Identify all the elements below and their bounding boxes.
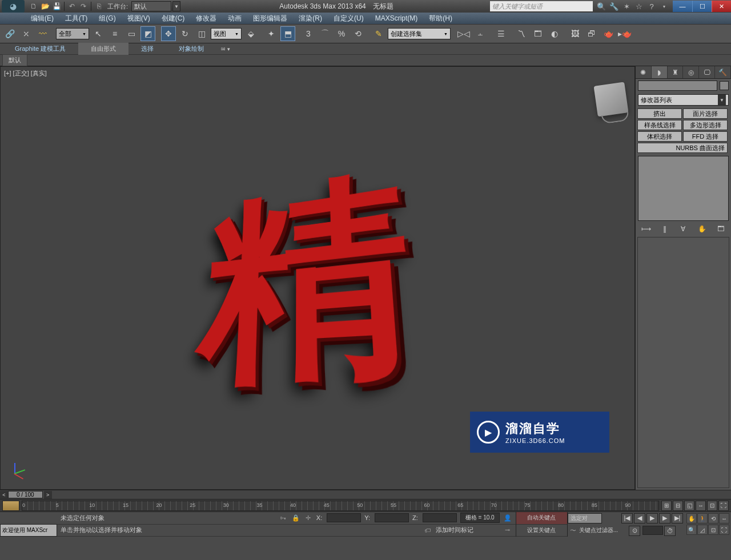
mod-ffdsel[interactable]: FFD 选择 (683, 131, 728, 142)
show-end-icon[interactable]: ‖ (659, 224, 670, 234)
pivot-icon[interactable]: ⬙ (243, 26, 258, 41)
nav-btn-6[interactable]: ⛶ (718, 501, 729, 511)
x-coord-input[interactable] (327, 513, 361, 522)
nav-btn-4[interactable]: ↔ (696, 501, 706, 511)
scale-icon[interactable]: ◫ (194, 26, 209, 41)
undo-icon[interactable]: ↶ (67, 1, 77, 11)
mod-volsel[interactable]: 体积选择 (637, 131, 682, 142)
goto-start-icon[interactable]: |◀ (621, 513, 633, 523)
utilities-tab-icon[interactable]: 🔨 (715, 66, 731, 78)
display-tab-icon[interactable]: 🖵 (699, 66, 715, 78)
mod-nurbssel[interactable]: NURBS 曲面选择 (637, 143, 728, 153)
rollout-area[interactable] (637, 237, 729, 488)
time-right-icon[interactable]: > (44, 491, 52, 499)
viewport-label[interactable]: [+] [正交] [真实] (4, 69, 47, 78)
selection-filter-combo[interactable]: 全部▼ (56, 28, 89, 39)
time-slider-track[interactable] (52, 491, 731, 499)
setkey-button[interactable]: 设置关键点 (516, 525, 567, 537)
play-icon[interactable]: ▶ (646, 513, 658, 523)
pan-icon[interactable]: ✋ (686, 513, 697, 523)
move-icon[interactable]: ✥ (161, 26, 176, 41)
menu-edit[interactable]: 编辑(E) (25, 13, 59, 25)
prev-frame-icon[interactable]: ◀ (634, 513, 645, 523)
mirror-icon[interactable]: ▷◁ (456, 26, 471, 41)
viewcube[interactable] (594, 82, 629, 117)
menu-customize[interactable]: 自定义(U) (328, 13, 369, 25)
current-frame-input[interactable] (642, 526, 663, 535)
key-toggle-icon[interactable]: ⊙ (629, 526, 640, 536)
time-tag-icon[interactable]: 🏷 (423, 526, 432, 535)
mod-polysel[interactable]: 多边形选择 (683, 120, 728, 130)
viewport[interactable]: [+] [正交] [真实] 精 ▶ 溜溜自学 ZIXUE.3D66.COM (0, 66, 635, 490)
spinner-snap-icon[interactable]: ⟲ (351, 26, 366, 41)
key-icon[interactable]: ⊸ (503, 526, 512, 535)
select-rect-icon[interactable]: ▭ (124, 26, 139, 41)
mod-patchsel[interactable]: 面片选择 (683, 108, 728, 119)
minimize-button[interactable]: — (673, 1, 692, 12)
rotate-icon[interactable]: ↻ (178, 26, 192, 41)
frame-indicator[interactable]: 0 / 100 (8, 491, 43, 498)
refcoord-combo[interactable]: 视图▼ (211, 28, 242, 39)
open-icon[interactable]: 📂 (40, 1, 50, 11)
nav-btn-3[interactable]: ◱ (684, 501, 694, 511)
orbit-icon[interactable]: ⟲ (708, 513, 718, 523)
keyboard-shortcut-icon[interactable]: ⬒ (280, 26, 295, 41)
nav-btn-5[interactable]: ⊡ (707, 501, 717, 511)
save-icon[interactable]: 💾 (51, 1, 62, 11)
menu-create[interactable]: 创建(C) (156, 13, 191, 25)
menu-anim[interactable]: 动画 (222, 13, 247, 25)
menu-maxscript[interactable]: MAXScript(M) (369, 13, 424, 23)
app-icon[interactable]: ◕ (2, 0, 25, 13)
wrench-icon[interactable]: 🔧 (609, 1, 619, 11)
ribbon-tab-select[interactable]: 选择 (128, 43, 166, 55)
link-icon[interactable]: ⎘ (94, 1, 104, 11)
track-slider[interactable] (2, 501, 19, 511)
named-selection-combo[interactable]: 创建选择集▼ (388, 28, 451, 39)
fov-icon[interactable]: ◿ (697, 525, 708, 535)
menu-view[interactable]: 视图(V) (122, 13, 156, 25)
maxscript-listener[interactable]: 欢迎使用 MAXScr (0, 524, 57, 537)
help-drop-icon[interactable]: ▼ (659, 1, 669, 11)
material-icon[interactable]: ◐ (547, 26, 562, 41)
configure-icon[interactable]: 🗔 (715, 224, 726, 234)
select-window-icon[interactable]: ◩ (140, 26, 155, 41)
comm-icon[interactable]: 👤 (503, 513, 512, 522)
modify-tab-icon[interactable]: ◗ (652, 66, 668, 78)
keymode-icon[interactable]: 〜 (569, 526, 578, 535)
menu-help[interactable]: 帮助(H) (423, 13, 458, 25)
ribbon-tab-graphite[interactable]: Graphite 建模工具 (2, 43, 78, 55)
render-setup-icon[interactable]: 🖼 (568, 26, 583, 41)
create-tab-icon[interactable]: ✺ (636, 66, 652, 78)
workspace-drop[interactable]: ▼ (172, 1, 180, 11)
search-input[interactable]: 键入关键字或短语 (490, 1, 593, 11)
bind-tool-icon[interactable]: 〰 (35, 26, 50, 41)
menu-modifiers[interactable]: 修改器 (190, 13, 222, 25)
binoculars-icon[interactable]: 🔍 (596, 1, 607, 11)
modifier-list-combo[interactable]: 修改器列表▼ (638, 94, 729, 106)
zoom-ext-icon[interactable]: ⊡ (708, 525, 718, 535)
nav-btn-2[interactable]: ⊟ (673, 501, 683, 511)
layers-icon[interactable]: ☰ (493, 26, 508, 41)
close-button[interactable]: ✕ (712, 1, 731, 12)
key-selset-combo[interactable]: 选定对 (568, 513, 602, 523)
link-tool-icon[interactable]: 🔗 (2, 26, 17, 41)
lock-icon[interactable]: 🗝 (279, 513, 288, 522)
subtab-default[interactable]: 默认 (2, 54, 27, 66)
render-prod-icon[interactable]: 🫖 (601, 26, 616, 41)
ribbon-tab-paint[interactable]: 对象绘制 (166, 43, 216, 55)
lock2-icon[interactable]: 🔒 (291, 513, 300, 522)
angle-snap-icon[interactable]: ⌒ (318, 26, 332, 41)
select-name-icon[interactable]: ≡ (107, 26, 122, 41)
goto-end-icon[interactable]: ▶| (672, 513, 683, 523)
key-filter-button[interactable]: 关键点过滤器... (579, 526, 618, 534)
unlink-tool-icon[interactable]: ⤫ (19, 26, 34, 41)
ribbon-tab-freeform[interactable]: 自由形式 (78, 43, 128, 55)
menu-render[interactable]: 渲染(R) (293, 13, 328, 25)
timeline-ruler[interactable]: 051015202530354045505560657075808590 (22, 501, 659, 511)
help-icon[interactable]: ? (646, 1, 657, 11)
exchange-icon[interactable]: ✶ (621, 1, 632, 11)
render-frame-icon[interactable]: 🗗 (584, 26, 599, 41)
named-sel-edit-icon[interactable]: ✎ (371, 26, 386, 41)
time-config-icon[interactable]: ⏱ (664, 526, 676, 536)
object-color-swatch[interactable] (720, 81, 729, 90)
